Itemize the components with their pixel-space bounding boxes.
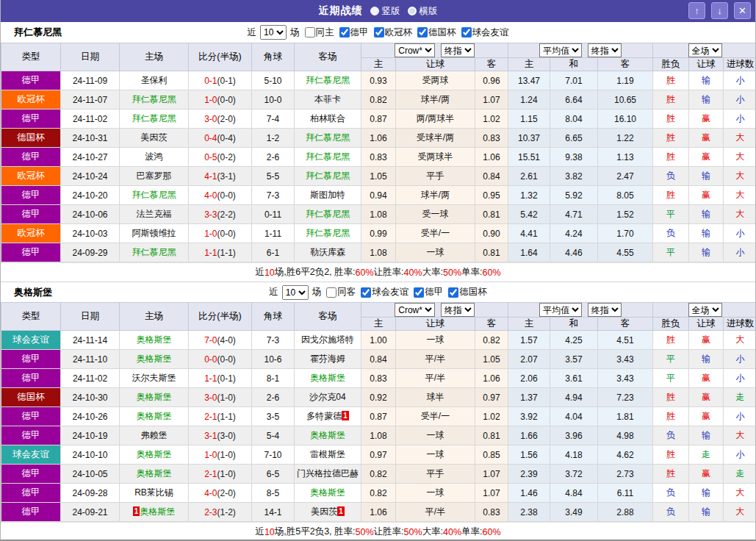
checkbox-label: 球会友谊 <box>372 286 408 298</box>
league-checkbox-2-input[interactable] <box>448 287 458 298</box>
result-goals-cell: 大 <box>724 331 756 350</box>
avg-home-cell: 2.07 <box>508 350 550 369</box>
score-cell: 0-1(0-1) <box>189 71 252 90</box>
odds-home-cell: 0.97 <box>361 445 396 465</box>
odds-source-select[interactable]: Crow* <box>395 303 435 317</box>
odds-time-select[interactable]: 终指 <box>441 303 475 317</box>
col-header-date: 日期 <box>61 303 120 331</box>
checkbox-label: 欧冠杯 <box>385 26 413 39</box>
result-outcome-cell: 胜 <box>653 129 689 148</box>
league-checkbox-0[interactable]: 球会友谊 <box>361 286 408 298</box>
same-venue-checkbox-input[interactable] <box>305 27 315 37</box>
team-label: RB莱比锡 <box>134 487 173 498</box>
match-row: 德甲24-11-10奥格斯堡0-0(0-0)10-6霍芬海姆0.84平/半1.0… <box>1 350 756 369</box>
league-checkbox-0-input[interactable] <box>361 287 371 298</box>
summary-segment: 大率: <box>422 266 443 279</box>
avg-draw-cell: 9.38 <box>550 148 598 167</box>
league-checkbox-3[interactable]: 球会友谊 <box>461 26 509 39</box>
radio-unselected-icon[interactable] <box>408 7 417 15</box>
col-header-corner: 角球 <box>252 43 295 71</box>
league-checkbox-2[interactable]: 德国杯 <box>417 26 456 39</box>
sub-header-handicap: 让球 <box>396 318 475 331</box>
home-team-cell: 波鸿 <box>120 148 189 167</box>
result-scope-select[interactable]: 全场 <box>688 43 722 57</box>
col-header-home: 主场 <box>120 43 189 71</box>
same-venue-checkbox[interactable]: 同客 <box>326 286 356 298</box>
corner-cell: 14-1 <box>252 503 295 522</box>
match-row: 球会友谊24-11-14奥格斯堡7-0(4-0)7-3因戈尔施塔特1.00一球0… <box>1 331 756 350</box>
avg-away-cell: 2.47 <box>598 167 653 186</box>
half-score: (0-2) <box>217 152 236 162</box>
col-header-type: 类型 <box>1 303 61 331</box>
handicap-cell: 两/两球半 <box>396 110 475 129</box>
layout-option-horizontal[interactable]: 横版 <box>408 5 438 18</box>
home-team-cell: 奥格斯堡 <box>120 407 189 426</box>
odds-home-cell: 0.87 <box>361 407 396 426</box>
team-label: 法兰克福 <box>137 209 172 219</box>
date-cell: 24-10-24 <box>61 167 120 186</box>
near-label: 近 <box>269 286 278 298</box>
league-checkbox-1-input[interactable] <box>414 287 424 298</box>
handicap-cell: 一球 <box>396 243 475 262</box>
same-venue-checkbox[interactable]: 同主 <box>305 26 334 39</box>
odds-home-cell: 1.05 <box>361 167 396 186</box>
league-checkbox-3-input[interactable] <box>461 27 472 37</box>
avg-source-select[interactable]: 平均值 <box>539 43 582 57</box>
checkbox-label: 德国杯 <box>459 286 487 298</box>
corner-cell: 2-6 <box>252 148 295 167</box>
result-handicap-cell: 输 <box>689 426 724 445</box>
home-team-cell: 奥格斯堡 <box>120 350 189 369</box>
match-count-select[interactable]: 10 <box>282 285 309 300</box>
avg-home-cell: 1.15 <box>508 110 550 129</box>
away-team-cell: 奥格斯堡 <box>295 484 361 503</box>
league-checkbox-1-input[interactable] <box>374 27 384 37</box>
team-label: 奥格斯堡 <box>137 449 172 459</box>
avg-source-select[interactable]: 平均值 <box>539 303 582 317</box>
full-score: 3-0 <box>204 393 217 403</box>
match-row: 德甲24-09-28RB莱比锡4-0(2-0)8-5奥格斯堡0.82一球1.07… <box>1 484 756 503</box>
team-label: 沙尔克04 <box>309 392 345 402</box>
avg-home-cell: 4.41 <box>508 224 550 243</box>
odds-source-select[interactable]: Crow* <box>395 43 435 57</box>
avg-home-cell: 1.24 <box>508 90 550 110</box>
odds-time-select[interactable]: 终指 <box>441 43 475 57</box>
summary-segment: 让胜率: <box>374 526 404 538</box>
date-cell: 24-10-27 <box>61 148 120 167</box>
result-handicap-cell: 赢 <box>689 186 724 205</box>
team-label: 波鸿 <box>145 151 163 162</box>
scroll-up-button[interactable]: ↑ <box>688 2 705 19</box>
league-checkbox-2-input[interactable] <box>417 27 428 37</box>
close-button[interactable]: ✕ <box>734 2 751 19</box>
odds-away-cell: 0.83 <box>475 129 508 148</box>
matches-table-header: 类型 日期 主场 比分(半场) 角球 客场 Crow* 终指 平均值 终指 <box>1 303 756 331</box>
score-cell: 3-1(3-0) <box>189 426 252 445</box>
away-team-cell: 拜仁慕尼黑 <box>295 148 361 167</box>
league-checkbox-0[interactable]: 德甲 <box>339 26 369 39</box>
team-name: 拜仁慕尼黑 <box>14 26 62 39</box>
league-checkbox-1[interactable]: 德甲 <box>414 286 443 298</box>
score-cell: 0-5(0-2) <box>189 148 252 167</box>
full-score: 2-3 <box>204 507 217 517</box>
full-score: 0-0 <box>204 354 217 365</box>
handicap-cell: 平/半 <box>396 369 475 388</box>
corner-cell: 8-5 <box>252 484 295 503</box>
half-score: (1-0) <box>217 450 236 460</box>
league-checkbox-2[interactable]: 德国杯 <box>448 286 487 298</box>
date-cell: 24-09-21 <box>61 503 120 522</box>
layout-option-vertical[interactable]: 竖版 <box>370 5 400 18</box>
radio-selected-icon[interactable] <box>370 7 379 15</box>
league-checkbox-0-input[interactable] <box>339 27 350 37</box>
team-label: 拜仁慕尼黑 <box>306 209 350 219</box>
home-team-cell: 阿斯顿维拉 <box>120 224 189 243</box>
home-team-cell: 奥格斯堡 <box>120 445 189 465</box>
avg-time-select[interactable]: 终指 <box>588 303 622 317</box>
result-handicap-cell: 赢 <box>689 465 724 484</box>
league-checkbox-1[interactable]: 欧冠杯 <box>374 26 413 39</box>
match-count-select[interactable]: 10 <box>260 25 287 40</box>
same-venue-checkbox-input[interactable] <box>326 287 336 298</box>
scroll-down-button[interactable]: ↓ <box>711 2 728 19</box>
corner-cell: 7-3 <box>252 331 295 350</box>
result-scope-select[interactable]: 全场 <box>688 303 722 317</box>
odds-home-cell: 1.08 <box>361 205 396 224</box>
avg-time-select[interactable]: 终指 <box>588 43 622 57</box>
